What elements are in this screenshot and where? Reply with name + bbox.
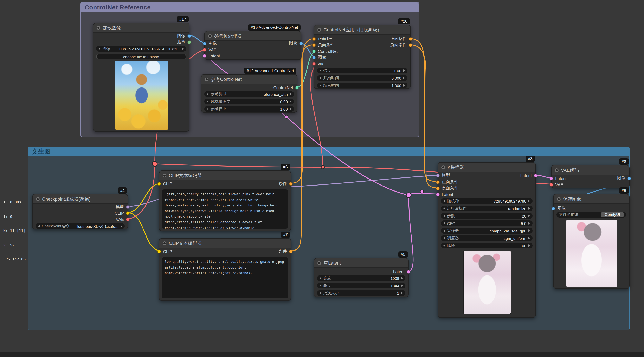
input-port-image[interactable]: 图像 (552, 206, 566, 211)
decrement-icon[interactable] (320, 77, 321, 79)
collapse-dot-icon[interactable] (318, 28, 321, 32)
node-title-bar[interactable]: 加载图像 (93, 23, 189, 32)
output-port-latent[interactable]: Latent (393, 269, 410, 274)
input-port-vae[interactable]: VAE (203, 47, 216, 52)
output-port-image[interactable]: 图像 (177, 33, 191, 39)
widget-reference-type[interactable]: 参考类型 reference_attn (204, 91, 294, 97)
widget-height[interactable]: 高度 1344 (317, 283, 406, 288)
input-port-vae[interactable]: VAE (550, 182, 563, 187)
decrement-icon[interactable] (320, 284, 321, 287)
collapse-dot-icon[interactable] (441, 165, 445, 169)
input-port-controlnet[interactable]: ControlNet (312, 48, 338, 54)
input-port-positive[interactable]: 正面条件 (312, 36, 334, 42)
decrement-icon[interactable] (443, 244, 445, 247)
widget-ckpt-name[interactable]: Checkpoint名称 Illustrious-XL-v0.1.safe... (36, 223, 125, 229)
decrement-icon[interactable] (443, 200, 445, 202)
node-title-bar[interactable]: 空Latent (314, 258, 408, 268)
output-port-image[interactable]: 图像 (617, 176, 631, 181)
input-port-vae[interactable]: vae (312, 61, 324, 66)
widget-end-percent[interactable]: 结束时间 1.000 (317, 82, 408, 88)
node-empty-latent[interactable]: #5 空Latent Latent 宽度 1008 高度 1344 批次大小 1 (314, 258, 409, 297)
node-title-bar[interactable]: VAE解码 (552, 166, 629, 175)
input-port-negative[interactable]: 负面条件 (436, 185, 458, 191)
output-port-image[interactable]: 图像 (289, 40, 303, 46)
increment-icon[interactable] (528, 214, 530, 217)
collapse-dot-icon[interactable] (208, 34, 212, 38)
output-port-conditioning[interactable]: 条件 (279, 181, 293, 186)
input-port-latent[interactable]: Latent (203, 53, 220, 58)
increment-icon[interactable] (290, 100, 292, 103)
increment-icon[interactable] (528, 237, 530, 240)
decrement-icon[interactable] (320, 69, 321, 72)
input-port-clip[interactable]: CLIP (157, 181, 172, 186)
widget-denoise[interactable]: 降噪 1.00 (441, 243, 532, 248)
decrement-icon[interactable] (207, 100, 208, 103)
increment-icon[interactable] (401, 284, 403, 287)
node-title-bar[interactable]: Checkpoint加载器(简易) (32, 194, 128, 204)
increment-icon[interactable] (290, 93, 292, 95)
decrement-icon[interactable] (443, 214, 445, 217)
decrement-icon[interactable] (320, 277, 321, 280)
prompt-textarea[interactable]: low quality,worst quality,normal quality… (162, 257, 288, 298)
output-port-controlnet[interactable]: ControlNet (273, 84, 299, 90)
collapse-dot-icon[interactable] (163, 174, 166, 177)
output-port-clip[interactable]: CLIP (115, 210, 130, 216)
decrement-icon[interactable] (99, 48, 100, 50)
group-header[interactable]: ControlNet Reference (81, 2, 418, 12)
node-title-bar[interactable]: 参考ControlNet (202, 75, 297, 84)
node-apply-controlnet[interactable]: #20 ControlNet应用（旧版高级） 正面条件 负面条件 Control… (314, 25, 411, 89)
increment-icon[interactable] (403, 69, 405, 72)
node-title-bar[interactable]: CLIP文本编码器 (159, 238, 291, 248)
increment-icon[interactable] (528, 230, 530, 232)
widget-ref-weight[interactable]: 参考权重 1.00 (204, 106, 294, 112)
increment-icon[interactable] (528, 207, 530, 210)
input-port-image[interactable]: 图像 (203, 40, 217, 46)
widget-seed[interactable]: 随机种 729549160249788 (441, 198, 532, 204)
output-port-model[interactable]: 模型 (116, 204, 130, 210)
widget-value[interactable]: ComfyUI (601, 212, 624, 217)
decrement-icon[interactable] (207, 108, 208, 110)
widget-sampler[interactable]: 采样器 dpmpp_2m_sde_gpu (441, 228, 532, 234)
widget-batch-size[interactable]: 批次大小 1 (317, 290, 406, 296)
input-port-positive[interactable]: 正面条件 (436, 179, 458, 185)
input-port-latent[interactable]: Latent (436, 192, 453, 197)
widget-image-combo[interactable]: 图像 03817-20241015_185614_Illustri... (96, 46, 186, 52)
output-port-vae[interactable]: VAE (116, 216, 130, 222)
node-title-bar[interactable]: ControlNet应用（旧版高级） (314, 25, 410, 35)
increment-icon[interactable] (120, 225, 122, 228)
increment-icon[interactable] (403, 77, 405, 79)
collapse-dot-icon[interactable] (318, 261, 321, 265)
input-port-clip[interactable]: CLIP (157, 248, 172, 254)
output-port-negative[interactable]: 负面条件 (390, 42, 412, 48)
increment-icon[interactable] (401, 277, 403, 280)
increment-icon[interactable] (182, 48, 184, 50)
input-port-model[interactable]: 模型 (436, 172, 450, 178)
increment-icon[interactable] (528, 244, 530, 247)
widget-cfg[interactable]: CFG 5.0 (441, 220, 532, 226)
widget-width[interactable]: 宽度 1008 (317, 275, 406, 281)
decrement-icon[interactable] (207, 93, 208, 95)
prompt-textarea[interactable]: 1girl,solo,cherry blossoms,hair flower,p… (162, 190, 288, 229)
node-reference-controlnet[interactable]: #12 Advanced-ControlNet 参考ControlNet Con… (201, 74, 297, 113)
increment-icon[interactable] (403, 84, 405, 87)
decrement-icon[interactable] (443, 207, 445, 210)
decrement-icon[interactable] (443, 230, 445, 232)
output-port-mask[interactable]: 遮罩 (177, 39, 191, 45)
collapse-dot-icon[interactable] (205, 78, 208, 81)
widget-steps[interactable]: 步数 20 (441, 213, 532, 219)
node-load-image[interactable]: #17 加载图像 图像 遮罩 图像 03817-20241015_185614_… (93, 23, 190, 132)
decrement-icon[interactable] (320, 84, 321, 87)
node-clip-encode-positive[interactable]: #6 CLIP文本编码器 CLIP 条件 1girl,solo,cherry b… (159, 170, 291, 231)
widget-strength[interactable]: 强度 1.00 (317, 68, 408, 74)
decrement-icon[interactable] (320, 292, 321, 294)
graph-canvas[interactable]: ControlNet Reference 文生图 #17 (0, 0, 644, 357)
output-port-conditioning[interactable]: 条件 (279, 248, 293, 254)
node-reference-preprocessor[interactable]: #19 Advanced-ControlNet 参考预处理器 图像 VAE La… (204, 31, 301, 60)
input-port-negative[interactable]: 负面条件 (312, 42, 334, 48)
increment-icon[interactable] (528, 222, 530, 224)
group-header[interactable]: 文生图 (28, 147, 629, 156)
increment-icon[interactable] (528, 200, 530, 202)
node-title-bar[interactable]: 参考预处理器 (205, 31, 301, 41)
choose-file-button[interactable]: choose file to upload (96, 54, 186, 60)
output-port-positive[interactable]: 正面条件 (390, 36, 412, 42)
